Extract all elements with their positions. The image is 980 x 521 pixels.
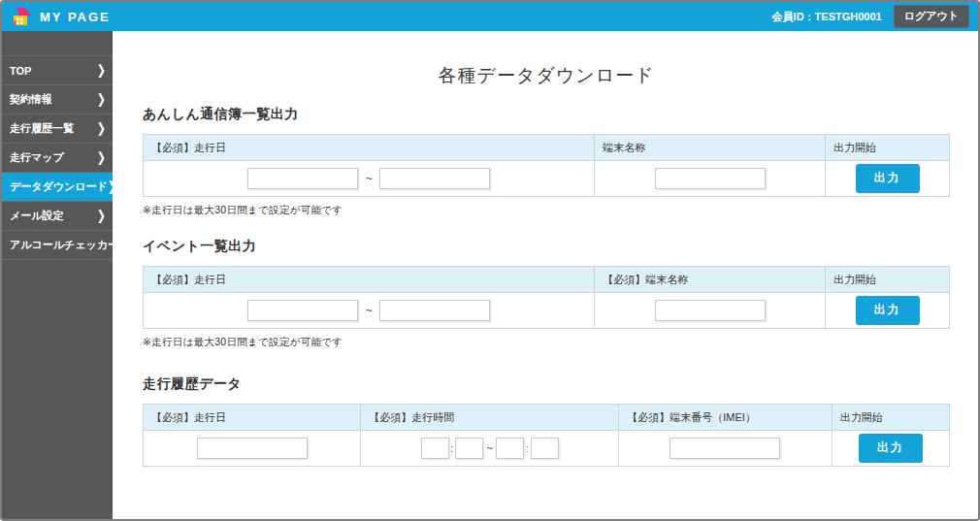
driving-date-to-input[interactable] [379,168,490,189]
output-button[interactable]: 出力 [856,296,920,325]
driving-date-cell [144,431,361,467]
sidebar-item-label: 契約情報 [10,92,97,107]
chevron-right-icon: ❯ [97,62,106,78]
anshin-report-table: 【必須】走行日 端末名称 出力開始 ~ 出力 [143,134,950,197]
sidebar-item-label: TOP [10,65,97,77]
date-range-separator: ~ [366,172,373,185]
end-hour-input[interactable] [496,438,524,459]
event-list-table: 【必須】走行日 【必須】端末名称 出力開始 ~ 出力 [143,266,950,329]
section-driving-history-data: 走行履歴データ 【必須】走行日 【必須】走行時間 【必須】端末番号（IMEI） … [143,375,950,467]
section-anshin-report-output: あんしん通信簿一覧出力 【必須】走行日 端末名称 出力開始 ~ [143,106,950,217]
top-header-bar: MY PAGE 会員ID：TESTGH0001 ログアウト [2,2,978,31]
device-imei-cell [619,431,832,467]
time-colon-separator: : [451,443,454,454]
sidebar-item-top[interactable]: TOP ❯ [2,56,113,85]
output-cell: 出力 [826,161,950,197]
driving-date-cell: ~ [144,161,595,197]
driving-date-input[interactable] [197,438,308,459]
driving-date-from-input[interactable] [247,300,358,321]
sidebar-item-label: データダウンロード [10,179,108,194]
output-cell: 出力 [832,431,949,467]
column-header-driving-time: 【必須】走行時間 [361,405,619,431]
start-hour-input[interactable] [421,438,449,459]
sidebar-item-alcohol-checker[interactable]: アルコールチェッカー ❯ [2,231,113,260]
table-header-row: 【必須】走行日 【必須】端末名称 出力開始 [144,267,950,293]
column-header-output-start: 出力開始 [826,267,950,293]
output-button[interactable]: 出力 [859,434,923,463]
chevron-right-icon: ❯ [97,208,106,223]
sidebar-item-data-download[interactable]: データダウンロード ❯ [2,173,113,202]
section-event-list-output: イベント一覧出力 【必須】走行日 【必須】端末名称 出力開始 ~ [143,238,950,349]
device-name-input[interactable] [655,300,766,321]
sidebar-item-label: メール設定 [10,209,97,223]
page: MY PAGE 会員ID：TESTGH0001 ログアウト TOP ❯ 契約情報… [0,0,980,521]
driving-time-cell: :~: [361,431,619,467]
column-header-output-start: 出力開始 [832,405,949,431]
column-header-driving-date: 【必須】走行日 [144,135,595,161]
driving-date-to-input[interactable] [379,300,490,321]
sidebar-menu: TOP ❯ 契約情報 ❯ 走行履歴一覧 ❯ 走行マップ ❯ データダウンロード … [2,55,113,260]
column-header-output-start: 出力開始 [826,135,950,161]
sidebar-item-driving-history-list[interactable]: 走行履歴一覧 ❯ [2,114,113,144]
output-cell: 出力 [826,293,950,329]
column-header-driving-date: 【必須】走行日 [144,405,361,431]
driving-date-from-input[interactable] [247,168,358,189]
column-header-device-imei: 【必須】端末番号（IMEI） [619,405,832,431]
sidebar-item-mail-settings[interactable]: メール設定 ❯ [2,202,113,231]
logo-text: MY PAGE [40,10,111,24]
chevron-right-icon: ❯ [97,120,106,136]
sidebar-item-label: アルコールチェッカー [10,238,118,252]
driving-date-cell: ~ [144,293,595,329]
table-input-row: ~ 出力 [144,161,950,197]
sidebar-item-label: 走行マップ [10,150,97,165]
end-minute-input[interactable] [531,438,559,459]
section-title: イベント一覧出力 [143,238,950,255]
date-range-separator: ~ [366,304,373,317]
start-minute-input[interactable] [455,438,483,459]
driving-date-note: ※走行日は最大30日間まで設定が可能です [143,336,950,349]
sidebar-nav: TOP ❯ 契約情報 ❯ 走行履歴一覧 ❯ 走行マップ ❯ データダウンロード … [2,31,113,519]
time-colon-separator: : [526,443,529,454]
member-id-label: 会員ID：TESTGH0001 [772,10,882,24]
chevron-right-icon: ❯ [97,91,106,107]
column-header-device-name: 端末名称 [595,135,826,161]
output-button[interactable]: 出力 [856,164,920,193]
column-header-device-name: 【必須】端末名称 [595,267,826,293]
driving-date-note: ※走行日は最大30日間まで設定が可能です [143,204,950,217]
section-title: 走行履歴データ [143,375,950,393]
device-name-cell [595,161,826,197]
device-name-input[interactable] [655,168,766,189]
sidebar-item-driving-map[interactable]: 走行マップ ❯ [2,144,113,173]
page-title: 各種データダウンロード [143,63,950,88]
sidebar-item-label: 走行履歴一覧 [10,121,97,136]
chevron-right-icon: ❯ [97,149,106,165]
section-title: あんしん通信簿一覧出力 [143,106,950,123]
column-header-driving-date: 【必須】走行日 [144,267,595,293]
driving-history-table: 【必須】走行日 【必須】走行時間 【必須】端末番号（IMEI） 出力開始 :~: [143,404,950,467]
device-imei-input[interactable] [670,438,780,459]
table-header-row: 【必須】走行日 【必須】走行時間 【必須】端末番号（IMEI） 出力開始 [144,405,950,431]
sidebar-item-contract-info[interactable]: 契約情報 ❯ [2,85,113,114]
logout-button[interactable]: ログアウト [894,5,969,28]
logo[interactable]: MY PAGE [11,7,111,26]
table-input-row: :~: 出力 [144,431,950,467]
house-logo-icon [11,7,33,26]
device-name-cell [595,293,826,329]
table-input-row: ~ 出力 [144,293,950,329]
time-range-separator: ~ [486,441,493,455]
main-content: 各種データダウンロード あんしん通信簿一覧出力 【必須】走行日 端末名称 出力開… [113,31,978,519]
header-right-group: 会員ID：TESTGH0001 ログアウト [772,5,969,28]
table-header-row: 【必須】走行日 端末名称 出力開始 [144,135,950,161]
